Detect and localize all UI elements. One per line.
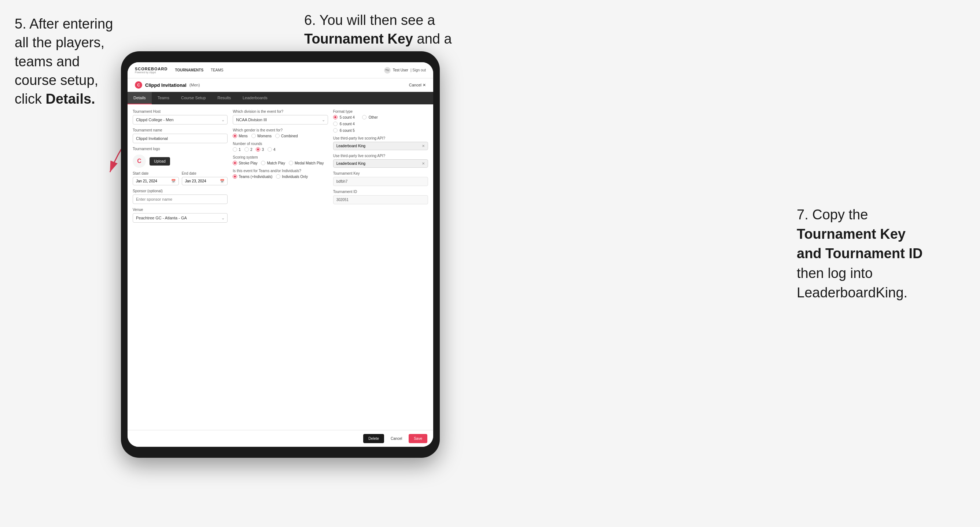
main-content: Tournament Host Clippd College - Men Tou…: [127, 105, 433, 430]
event-title: C Clippd Invitational (Men): [135, 81, 200, 89]
tournament-key-label: Tournament Key: [333, 171, 428, 175]
api2-tag: Leaderboard King ✕: [333, 159, 428, 168]
save-button[interactable]: Save: [409, 434, 427, 443]
teams-plus-individuals[interactable]: Teams (+Individuals): [233, 174, 272, 179]
individuals-only-radio[interactable]: [276, 174, 280, 179]
tab-teams[interactable]: Teams: [152, 92, 175, 105]
format-5count4-radio[interactable]: [333, 115, 337, 119]
rounds-3[interactable]: 3: [256, 147, 264, 152]
tab-course-setup[interactable]: Course Setup: [175, 92, 212, 105]
nav-user: TU Test User | Sign out: [384, 67, 426, 74]
format-other[interactable]: Other: [362, 115, 378, 119]
form-col-1: Tournament Host Clippd College - Men Tou…: [133, 110, 228, 425]
rounds-3-radio[interactable]: [256, 147, 260, 152]
format-6count5-radio[interactable]: [333, 128, 337, 133]
tournament-name-group: Tournament name: [133, 128, 228, 143]
teams-label: Is this event for Teams and/or Individua…: [233, 169, 328, 173]
rounds-4-radio[interactable]: [267, 147, 272, 152]
cancel-footer-button[interactable]: Cancel: [387, 434, 406, 443]
scoring-medal[interactable]: Medal Match Play: [289, 161, 324, 165]
tablet-screen: SCOREBOARD Powered by clippd TOURNAMENTS…: [127, 62, 433, 447]
tablet-frame: SCOREBOARD Powered by clippd TOURNAMENTS…: [121, 51, 440, 458]
sponsor-group: Sponsor (optional): [133, 189, 228, 204]
api1-group: Use third-party live scoring API? Leader…: [333, 136, 428, 150]
nav-tournaments[interactable]: TOURNAMENTS: [175, 68, 204, 72]
gender-label: Which gender is the event for?: [233, 128, 328, 132]
tournament-logo-group: Tournament logo C Upload: [133, 147, 228, 168]
api1-remove[interactable]: ✕: [422, 144, 425, 148]
rounds-radio-group: 1 2 3 4: [233, 147, 328, 152]
tournament-logo-label: Tournament logo: [133, 147, 228, 151]
api2-remove[interactable]: ✕: [422, 162, 425, 165]
calendar-icon-start[interactable]: 📅: [171, 179, 175, 183]
end-date-label: End date: [182, 171, 228, 175]
form-grid: Tournament Host Clippd College - Men Tou…: [133, 110, 428, 425]
tournament-name-input[interactable]: [133, 134, 228, 143]
tournament-id-group: Tournament ID 302051: [333, 190, 428, 204]
tournament-name-label: Tournament name: [133, 128, 228, 132]
scoring-label: Scoring system: [233, 155, 328, 159]
format-6count5[interactable]: 6 count 5: [333, 128, 355, 133]
scoring-medal-radio[interactable]: [289, 161, 293, 165]
teams-plus-radio[interactable]: [233, 174, 237, 179]
individuals-only[interactable]: Individuals Only: [276, 174, 308, 179]
format-5count4[interactable]: 5 count 4: [333, 115, 355, 119]
tab-details[interactable]: Details: [127, 92, 152, 105]
venue-label: Venue: [133, 208, 228, 212]
rounds-2[interactable]: 2: [245, 147, 253, 152]
form-col-3: Format type 5 count 4 6 count 4: [333, 110, 428, 425]
api1-value: Leaderboard King: [336, 144, 366, 148]
rounds-group: Number of rounds 1 2: [233, 142, 328, 152]
gender-mens[interactable]: Mens: [233, 134, 247, 138]
scoring-stroke-radio[interactable]: [233, 161, 237, 165]
division-select[interactable]: NCAA Division III: [233, 115, 328, 124]
rounds-label: Number of rounds: [233, 142, 328, 146]
cancel-button[interactable]: Cancel ✕: [409, 83, 426, 87]
scoring-match-radio[interactable]: [261, 161, 265, 165]
tab-results[interactable]: Results: [212, 92, 237, 105]
date-row: Start date Jan 21, 2024 📅 End date Jan 2…: [133, 171, 228, 185]
user-name: Test User: [393, 68, 408, 72]
calendar-icon-end[interactable]: 📅: [220, 179, 224, 183]
tab-bar: Details Teams Course Setup Results Leade…: [127, 92, 433, 105]
gender-womens[interactable]: Womens: [251, 134, 272, 138]
annotation-right: 7. Copy the Tournament Key and Tournamen…: [797, 205, 965, 303]
rounds-1[interactable]: 1: [233, 147, 241, 152]
scoring-stroke[interactable]: Stroke Play: [233, 161, 257, 165]
gender-group: Which gender is the event for? Mens Wome…: [233, 128, 328, 138]
gender-combined[interactable]: Combined: [275, 134, 298, 138]
nav-links: TOURNAMENTS TEAMS: [175, 68, 223, 72]
nav-teams[interactable]: TEAMS: [211, 68, 223, 72]
signout-link[interactable]: | Sign out: [410, 68, 426, 72]
rounds-4[interactable]: 4: [267, 147, 275, 152]
teams-radio-group: Teams (+Individuals) Individuals Only: [233, 174, 328, 179]
rounds-2-radio[interactable]: [245, 147, 249, 152]
delete-button[interactable]: Delete: [363, 434, 384, 443]
form-col-2: Which division is the event for? NCAA Di…: [233, 110, 328, 425]
brand-sub: Powered by clippd: [135, 71, 167, 74]
tab-leaderboards[interactable]: Leaderboards: [237, 92, 274, 105]
rounds-1-radio[interactable]: [233, 147, 237, 152]
tournament-id-value: 302051: [333, 195, 428, 204]
upload-button[interactable]: Upload: [150, 157, 170, 165]
tournament-key-value: bdfbh7: [333, 177, 428, 186]
tournament-host-select[interactable]: Clippd College - Men: [133, 115, 228, 124]
format-other-radio[interactable]: [362, 115, 366, 119]
gender-womens-radio[interactable]: [251, 134, 256, 138]
event-icon: C: [135, 81, 142, 89]
venue-group: Venue Peachtree GC - Atlanta - GA: [133, 208, 228, 223]
tournament-id-label: Tournament ID: [333, 190, 428, 194]
format-6count4[interactable]: 6 count 4: [333, 122, 355, 126]
format-6count4-radio[interactable]: [333, 122, 337, 126]
venue-select[interactable]: Peachtree GC - Atlanta - GA: [133, 213, 228, 223]
end-date-group: End date Jan 23, 2024 📅: [182, 171, 228, 185]
gender-mens-radio[interactable]: [233, 134, 237, 138]
brand-name: SCOREBOARD: [135, 67, 167, 71]
event-subtitle: (Men): [189, 83, 200, 87]
division-label: Which division is the event for?: [233, 110, 328, 114]
gender-combined-radio[interactable]: [275, 134, 280, 138]
sub-header: C Clippd Invitational (Men) Cancel ✕: [127, 78, 433, 92]
gender-radio-group: Mens Womens Combined: [233, 134, 328, 138]
scoring-match[interactable]: Match Play: [261, 161, 285, 165]
sponsor-input[interactable]: [133, 194, 228, 204]
